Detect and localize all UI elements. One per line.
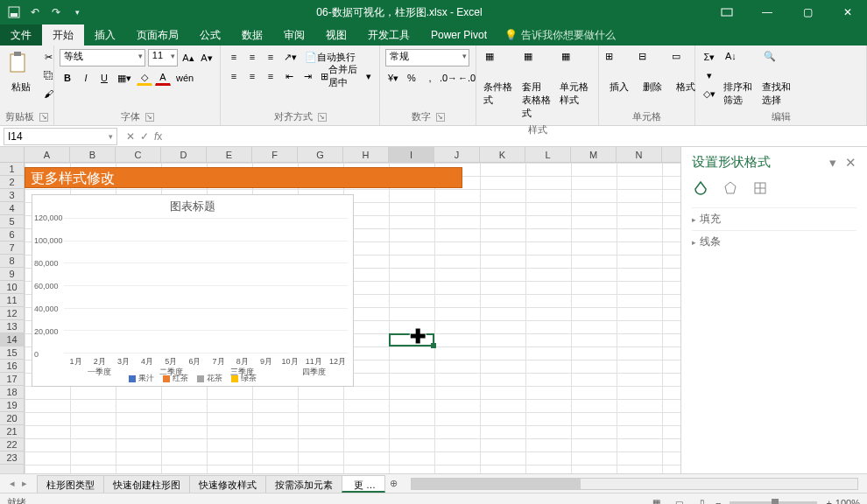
chart-object[interactable]: 图表标题 1月2月3月4月5月6月7月8月9月10月11月12月 一季度二季度三… — [32, 194, 354, 387]
fill-line-icon[interactable] — [692, 179, 709, 197]
increase-font-icon[interactable]: A▴ — [180, 50, 196, 66]
enter-formula-icon[interactable]: ✓ — [140, 130, 149, 143]
save-icon[interactable] — [7, 5, 21, 19]
tab-layout[interactable]: 页面布局 — [126, 24, 189, 46]
col-header[interactable]: F — [252, 147, 298, 162]
fill-color-icon[interactable]: ◇ — [137, 70, 152, 86]
chart-legend[interactable]: 果汁红茶花茶绿茶 — [32, 373, 353, 384]
row-header[interactable]: 17 — [0, 373, 24, 386]
sheet-tab[interactable]: 快速修改样式 — [189, 475, 266, 493]
row-header[interactable]: 19 — [0, 399, 24, 412]
tab-home[interactable]: 开始 — [42, 24, 84, 46]
sheet-tab[interactable]: 按需添加元素 — [265, 475, 342, 493]
align-center-icon[interactable]: ≡ — [244, 68, 260, 84]
indent-inc-icon[interactable]: ⇥ — [300, 68, 315, 84]
row-header[interactable]: 11 — [0, 294, 24, 307]
row-header[interactable]: 21 — [0, 425, 24, 438]
col-header[interactable]: B — [70, 147, 116, 162]
tell-me[interactable]: 💡 告诉我你想要做什么 — [504, 24, 616, 46]
tab-file[interactable]: 文件 — [0, 24, 42, 46]
row-header[interactable]: 4 — [0, 202, 24, 215]
col-header[interactable]: E — [207, 147, 252, 162]
table-format-button[interactable]: ▦套用 表格格式 — [520, 49, 555, 122]
percent-icon[interactable]: % — [404, 70, 419, 86]
row-header[interactable]: 13 — [0, 320, 24, 333]
indent-dec-icon[interactable]: ⇤ — [281, 68, 297, 84]
ribbon-options-icon[interactable] — [708, 0, 746, 24]
zoom-out-icon[interactable]: − — [715, 498, 721, 505]
col-header[interactable]: H — [343, 147, 389, 162]
delete-cells-button[interactable]: ⊟删除 — [638, 49, 667, 95]
align-top-icon[interactable]: ≡ — [226, 49, 242, 65]
new-sheet-icon[interactable]: ⊕ — [384, 478, 402, 489]
horizontal-scrollbar[interactable] — [411, 478, 858, 490]
fill-section[interactable]: 填充 — [692, 207, 856, 230]
cell-styles-button[interactable]: ▦单元格样式 — [558, 49, 593, 108]
col-header[interactable]: C — [116, 147, 161, 162]
size-props-icon[interactable] — [751, 179, 769, 197]
decrease-font-icon[interactable]: A▾ — [199, 50, 215, 66]
cell-grid[interactable]: 更多样式修改 图表标题 1月2月3月4月5月6月7月8月9月10月11月12月 … — [25, 163, 680, 473]
row-header[interactable]: 20 — [0, 412, 24, 425]
merge-center-button[interactable]: ⊞合并后居中▾ — [318, 68, 374, 84]
effects-icon[interactable] — [722, 179, 739, 197]
row-header[interactable]: 9 — [0, 268, 24, 281]
row-header[interactable]: 23 — [0, 452, 24, 465]
insert-cells-button[interactable]: ⊞插入 — [604, 49, 634, 95]
zoom-slider[interactable] — [730, 501, 817, 505]
sheet-tab[interactable]: 柱形图类型 — [37, 475, 104, 493]
fx-icon[interactable]: fx — [154, 130, 162, 143]
zoom-in-icon[interactable]: + — [826, 498, 831, 505]
pane-close-icon[interactable]: ✕ — [845, 155, 856, 171]
row-header[interactable]: 16 — [0, 360, 24, 373]
tab-data[interactable]: 数据 — [231, 24, 273, 46]
paste-button[interactable]: 粘贴 — [5, 49, 37, 95]
row-header[interactable]: 8 — [0, 255, 24, 268]
row-header[interactable]: 18 — [0, 386, 24, 399]
row-header[interactable]: 6 — [0, 228, 24, 242]
dialog-launcher-icon[interactable]: ↘ — [436, 113, 445, 122]
underline-button[interactable]: U — [96, 70, 112, 86]
redo-icon[interactable]: ↷ — [49, 5, 63, 19]
pane-dropdown-icon[interactable]: ▾ — [829, 155, 836, 171]
dialog-launcher-icon[interactable]: ↘ — [145, 113, 154, 122]
fill-icon[interactable]: ▾ — [701, 67, 718, 83]
autosum-icon[interactable]: Σ▾ — [701, 49, 718, 65]
sort-filter-button[interactable]: A↓排序和筛选 — [722, 49, 757, 108]
banner-cell[interactable]: 更多样式修改 — [25, 167, 462, 188]
close-icon[interactable]: ✕ — [828, 0, 867, 24]
comma-icon[interactable]: , — [422, 70, 438, 86]
tab-view[interactable]: 视图 — [315, 24, 357, 46]
row-header[interactable]: 5 — [0, 215, 24, 228]
phonetic-icon[interactable]: wén — [173, 70, 196, 86]
row-header[interactable]: 1 — [0, 163, 24, 176]
col-header[interactable]: I — [389, 147, 434, 162]
row-header[interactable]: 22 — [0, 438, 24, 452]
row-header[interactable]: 10 — [0, 281, 24, 294]
qat-dropdown-icon[interactable]: ▾ — [70, 5, 84, 19]
dialog-launcher-icon[interactable]: ↘ — [39, 113, 48, 122]
chart-title[interactable]: 图表标题 — [32, 195, 353, 218]
align-middle-icon[interactable]: ≡ — [244, 49, 260, 65]
tab-insert[interactable]: 插入 — [84, 24, 126, 46]
dialog-launcher-icon[interactable]: ↘ — [318, 113, 327, 122]
sheet-tab[interactable]: 快速创建柱形图 — [103, 475, 190, 493]
col-header[interactable]: M — [571, 147, 617, 162]
page-layout-icon[interactable]: ▭ — [670, 495, 689, 505]
chevron-down-icon[interactable]: ▾ — [109, 132, 113, 141]
clear-icon[interactable]: ◇▾ — [701, 86, 718, 102]
cond-format-button[interactable]: ▦条件格式 — [482, 49, 517, 108]
minimize-icon[interactable]: — — [748, 0, 786, 24]
sheet-nav-next-icon[interactable]: ▸ — [19, 478, 30, 489]
align-bottom-icon[interactable]: ≡ — [263, 49, 278, 65]
sheet-tab-active[interactable]: 更 … — [342, 475, 385, 493]
row-header[interactable]: 14 — [0, 333, 24, 346]
col-header[interactable]: N — [617, 147, 662, 162]
decrease-decimal-icon[interactable]: ←.0 — [459, 70, 475, 86]
row-header[interactable]: 2 — [0, 176, 24, 189]
align-left-icon[interactable]: ≡ — [226, 68, 242, 84]
page-break-icon[interactable]: ▯ — [693, 495, 712, 505]
col-header[interactable]: J — [434, 147, 480, 162]
row-header[interactable]: 3 — [0, 189, 24, 202]
undo-icon[interactable]: ↶ — [28, 5, 42, 19]
